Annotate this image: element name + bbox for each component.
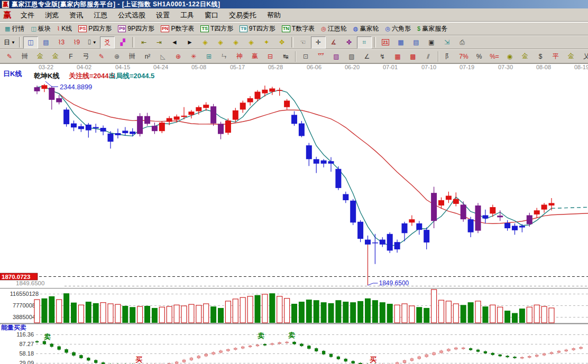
notes-tool-button[interactable]: ▤	[409, 36, 424, 49]
percent-line-button[interactable]: %=	[487, 50, 502, 62]
toolbar-item-kline[interactable]: ⌇K线	[54, 24, 75, 34]
calendar-tool-button[interactable]: 21	[378, 36, 393, 49]
grid-box-b-button[interactable]: ▩	[406, 50, 420, 62]
fib-grid-button[interactable]: F	[63, 50, 78, 62]
qiankun-pattern-button[interactable]: 爻	[100, 36, 115, 49]
menu-item-交易委托[interactable]: 交易委托	[224, 10, 262, 21]
compress-h-diamond-button[interactable]: ◈	[228, 36, 243, 49]
wave-count-tool-button[interactable]: ⌗	[357, 36, 372, 49]
angle-tool-button[interactable]: ∡	[326, 36, 341, 49]
bow-grid-button[interactable]: 弓	[79, 50, 94, 62]
vol-ladder-button[interactable]: 阝	[441, 50, 456, 62]
circle-cross-button[interactable]: ⊕	[171, 50, 186, 62]
menu-item-江恩[interactable]: 江恩	[88, 10, 113, 21]
save-tool-button[interactable]: ▣	[424, 36, 439, 49]
toolbar-item-t-square[interactable]: TST四方形	[198, 24, 236, 34]
jump-last-button[interactable]: ⇥	[152, 36, 167, 49]
hand-tool-button[interactable]: ☜	[296, 36, 310, 49]
gann-shape-tool-button[interactable]: ✤	[342, 36, 356, 49]
chart-area[interactable]: 03-2204-0204-1504-2405-0805-1705-2806-06…	[0, 63, 588, 364]
crosshair-tool-button[interactable]: ✛	[311, 36, 326, 49]
angle-line-button[interactable]: ∠	[360, 50, 374, 62]
toolbar-item-quotes[interactable]: ▦行情	[2, 24, 27, 34]
volume-bar-down	[71, 303, 77, 323]
menu-item-窗口[interactable]: 窗口	[199, 10, 224, 21]
menu-item-浏览[interactable]: 浏览	[40, 10, 64, 21]
h-arrows-button[interactable]: ↹	[278, 50, 293, 62]
zigzag-button[interactable]: ↯	[375, 50, 390, 62]
gold-grid-b-button[interactable]: 金	[48, 50, 63, 62]
info-panel-button[interactable]: ▤	[39, 36, 53, 49]
purple-fan-button[interactable]: ▨	[329, 50, 344, 62]
expand-h-diamond-button[interactable]: ◈	[244, 36, 259, 49]
pen-grid-button[interactable]: ✎	[94, 50, 109, 62]
x-angle-button[interactable]: 乂	[579, 50, 588, 62]
shift-left-diamond-button[interactable]: ◈	[198, 36, 213, 49]
period-day-dropdown-button[interactable]: 日▼	[2, 36, 17, 49]
jump-first-button[interactable]: ⇤	[136, 36, 151, 49]
toolbar-item-hexagon[interactable]: ◎六角形	[382, 24, 414, 34]
menu-item-文件[interactable]: 文件	[15, 10, 40, 21]
window-titlebar[interactable]: 赢 赢家江恩专业版[赢家内部服务平台] - [上证指数 SH1A0001-122…	[0, 0, 588, 8]
toolbar-item-gann-wheel[interactable]: ◎江恩轮	[318, 24, 350, 34]
menu-logo-icon: 赢	[0, 10, 15, 20]
toolbar-item-p-square[interactable]: PSP四方形	[76, 24, 114, 34]
calculator-tool-button[interactable]: ▦	[393, 36, 408, 49]
toolbar-item-9p-square[interactable]: P99P四方形	[115, 24, 157, 34]
toolbar-item-9t-square[interactable]: T99T四方形	[237, 24, 278, 34]
toolbar-item-sectors[interactable]: ◫板块	[28, 24, 53, 34]
toolbar-item-p-digit-table[interactable]: PNP数字表	[158, 24, 197, 34]
gold-angle-button[interactable]: 金	[564, 50, 578, 62]
percent-7-button[interactable]: 7%	[456, 50, 471, 62]
grid-box-a-icon: ▦	[394, 53, 400, 60]
chart-thumbnail-button[interactable]: ◫	[23, 36, 38, 49]
angle-square-button[interactable]: ⊡	[298, 50, 313, 62]
volume-bar-up	[57, 300, 62, 323]
grid-box-a-button[interactable]: ▦	[390, 50, 405, 62]
shen-grid-button[interactable]: 神	[232, 50, 247, 62]
gann-flag-button[interactable]: 平	[548, 50, 563, 62]
shade-fan-button[interactable]: ▧	[344, 50, 359, 62]
kline-chart[interactable]: 03-2204-0204-1504-2405-0805-1705-2806-06…	[0, 64, 588, 364]
red-fan-button[interactable]: 爫	[314, 50, 328, 62]
circle-ruler-button[interactable]: ⊕	[109, 50, 124, 62]
candle-style-dropdown-button[interactable]: ⌷▼	[85, 36, 99, 49]
menu-item-设置[interactable]: 设置	[151, 10, 175, 21]
gann-grid-button[interactable]: 卌	[17, 50, 32, 62]
toolbar-item-t-digit-table[interactable]: TNT数字表	[279, 24, 317, 34]
star-tool-button[interactable]: ✳	[186, 50, 201, 62]
web-grid-button[interactable]: ⊞	[201, 50, 216, 62]
toolbar-item-winner-wheel[interactable]: ◍赢家轮	[351, 24, 382, 34]
indicator-bar-up	[249, 346, 252, 347]
date-tick-label: 06-20	[345, 64, 360, 70]
menu-item-帮助[interactable]: 帮助	[262, 10, 286, 21]
gold-circle-button[interactable]: ◉	[502, 50, 517, 62]
parallel-lines-button[interactable]: ⫽	[421, 50, 436, 62]
step-forward-button[interactable]: ►	[182, 36, 197, 49]
compress-all-diamond-button[interactable]: ✦	[259, 36, 274, 49]
toolbar-item-winner-service[interactable]: $赢家服务	[415, 24, 450, 34]
k-note-button[interactable]: ㄣ	[217, 50, 232, 62]
print-tool-button[interactable]: ⎙	[455, 36, 470, 49]
expand-all-diamond-button[interactable]: ✥	[274, 36, 289, 49]
export-image-tool-button[interactable]: ⇲	[439, 36, 454, 49]
colored-histogram-button[interactable]: ▞	[115, 36, 130, 49]
ruler-grid-button[interactable]: 卌	[125, 50, 140, 62]
wave-3-button[interactable]: ⌇3	[54, 36, 69, 49]
draw-pencil-button[interactable]: ✎	[2, 50, 17, 62]
shift-right-diamond-button[interactable]: ◈	[213, 36, 228, 49]
menu-item-工具[interactable]: 工具	[175, 10, 199, 21]
wave-9-button[interactable]: ⌇9	[69, 36, 84, 49]
step-back-button[interactable]: ◄	[167, 36, 182, 49]
ying-grid-button[interactable]: 赢	[247, 50, 262, 62]
gold-lines-button[interactable]: 金	[518, 50, 532, 62]
n-square-button[interactable]: n²	[140, 50, 155, 62]
menu-item-资讯[interactable]: 资讯	[64, 10, 88, 21]
volume-bar-up	[78, 305, 84, 323]
money-updown-button[interactable]: $	[533, 50, 548, 62]
abacus-button[interactable]: ⊟	[263, 50, 278, 62]
menu-item-公式选股[interactable]: 公式选股	[113, 10, 151, 21]
gold-grid-a-button[interactable]: 金	[33, 50, 48, 62]
protractor-button[interactable]: ◺	[155, 50, 170, 62]
percent-button[interactable]: %	[472, 50, 486, 62]
